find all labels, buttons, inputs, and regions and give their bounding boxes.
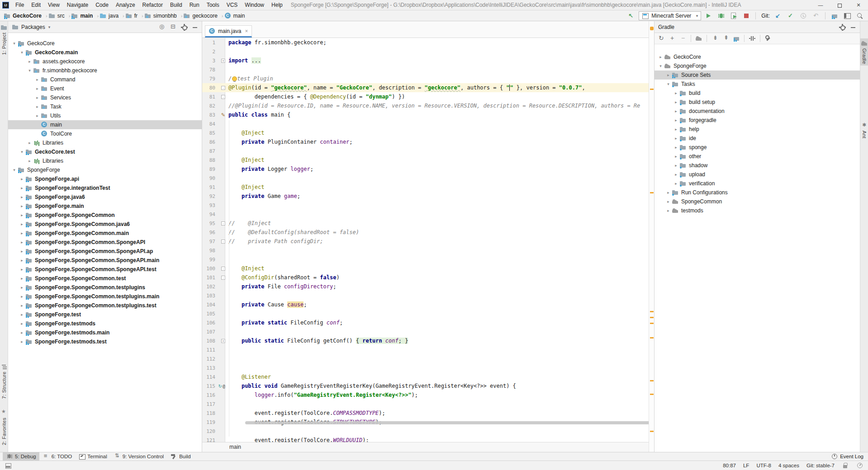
tree-item-toolcore[interactable]: ToolCore: [8, 129, 202, 138]
coverage-button[interactable]: [728, 11, 739, 21]
sync-arrow-button[interactable]: [626, 11, 637, 21]
tree-item-spongeforge-java6[interactable]: ▸SpongeForge.java6: [8, 193, 202, 202]
code-text[interactable]: package fr.simonbhb.geckocore;: [228, 38, 327, 47]
code-line-118[interactable]: 118 event.register(ToolCore.COMPASSMODTY…: [202, 409, 649, 418]
tree-item-spongeforge-integrationtest[interactable]: ▸SpongeForge.integrationTest: [8, 183, 202, 193]
tree-item-testmods[interactable]: ▸testmods: [655, 206, 860, 215]
tree-item-spongeforge-test[interactable]: ▸SpongeForge.test: [8, 310, 202, 319]
chevron-collapsed-icon[interactable]: ▸: [673, 118, 679, 122]
debug-button[interactable]: [716, 11, 726, 21]
code-line-90[interactable]: 90: [202, 174, 649, 183]
tree-item-task[interactable]: ▸Task: [8, 102, 202, 111]
tree-item-ide[interactable]: ▸ide: [655, 134, 860, 143]
close-tab-icon[interactable]: ✕: [245, 29, 248, 33]
chevron-collapsed-icon[interactable]: ▸: [34, 86, 41, 91]
stripe-mark[interactable]: [650, 89, 654, 90]
stripe-mark[interactable]: [650, 337, 654, 338]
menu-tools[interactable]: Tools: [203, 0, 223, 10]
tree-item-spongeforge-spongecommon-testplugins[interactable]: ▸SpongeForge.SpongeCommon.testplugins: [8, 283, 202, 292]
fold-expand-icon[interactable]: +: [221, 339, 225, 343]
chevron-collapsed-icon[interactable]: ▸: [19, 321, 25, 326]
plus-button[interactable]: [667, 34, 677, 43]
code-line-113[interactable]: 113: [202, 363, 649, 372]
chevron-collapsed-icon[interactable]: ▸: [19, 303, 25, 308]
code-line-115[interactable]: 115↻@ public void GameRegistryEventRegis…: [202, 381, 649, 390]
menu-file[interactable]: File: [12, 0, 28, 10]
chevron-collapsed-icon[interactable]: ▸: [19, 177, 25, 181]
chevron-collapsed-icon[interactable]: ▸: [19, 222, 25, 226]
chevron-collapsed-icon[interactable]: ▸: [26, 141, 33, 145]
gradle-button[interactable]: [694, 34, 704, 43]
tree-item-spongecommon[interactable]: ▸SpongeCommon: [655, 197, 860, 206]
tree-item-spongeforge-spongecommon-spongeapi-test[interactable]: ▸SpongeForge.SpongeCommon.SpongeAPI.test: [8, 265, 202, 274]
tree-item-libraries[interactable]: ▸Libraries: [8, 138, 202, 147]
tree-item-spongeforge[interactable]: ▾SpongeForge: [655, 61, 860, 70]
code-text[interactable]: // @DefaultConfig(sharedRoot = false): [228, 228, 359, 237]
chevron-collapsed-icon[interactable]: ▸: [665, 208, 672, 213]
tree-item-main[interactable]: main: [8, 120, 202, 129]
fold-collapse-icon[interactable]: -: [221, 95, 225, 99]
code-text[interactable]: private Logger logger;: [228, 164, 313, 174]
minimize-button[interactable]: [848, 23, 858, 32]
code-line-106[interactable]: 106 private static FileConfig conf;: [202, 318, 649, 327]
chevron-collapsed-icon[interactable]: ▸: [34, 95, 41, 100]
code-line-96[interactable]: 96// @DefaultConfig(sharedRoot = false): [202, 228, 649, 237]
tree-item-geckocore[interactable]: ▾GeckoCore: [8, 39, 202, 48]
target-button[interactable]: [157, 23, 167, 32]
breadcrumb-item-java[interactable]: java›: [100, 12, 124, 19]
code-line-117[interactable]: 117: [202, 400, 649, 409]
tree-item-spongeforge-testmods-test[interactable]: ▸SpongeForge.testmods.test: [8, 337, 202, 346]
tree-item-spongeforge-testmods[interactable]: ▸SpongeForge.testmods: [8, 319, 202, 328]
code-area[interactable]: 1package fr.simonbhb.geckocore;23+import…: [202, 38, 649, 442]
code-text[interactable]: logger.info("GameRegistryEvent.Register<…: [228, 390, 418, 400]
run-config-combo[interactable]: Minecraft Server▾: [639, 11, 701, 20]
code-line-101[interactable]: 101- @ConfigDir(sharedRoot = false): [202, 273, 649, 282]
tree-item-source-sets[interactable]: ▸Source Sets: [655, 70, 860, 80]
tree-item-upload[interactable]: ▸upload: [655, 170, 860, 179]
breadcrumb-item-simonbhb[interactable]: simonbhb›: [144, 12, 183, 19]
chevron-collapsed-icon[interactable]: ▸: [19, 204, 25, 208]
tree-item-run-configurations[interactable]: ▸Run Configurations: [655, 188, 860, 197]
stripe-ant[interactable]: Ant: [860, 121, 868, 140]
code-text[interactable]: dependencies = { @Dependency(id = "dynma…: [228, 92, 405, 101]
chevron-collapsed-icon[interactable]: ▸: [19, 267, 25, 272]
chevron-collapsed-icon[interactable]: ▸: [665, 190, 672, 195]
breadcrumb-item-main[interactable]: main›: [71, 12, 99, 19]
chevron-collapsed-icon[interactable]: ▸: [19, 258, 25, 263]
chevron-collapsed-icon[interactable]: ▸: [19, 339, 25, 344]
toolwindows-button[interactable]: [842, 11, 853, 21]
toolwindow-6-todo[interactable]: 6: TODO: [39, 452, 76, 461]
tree-item-spongeforge-spongecommon-java6[interactable]: ▸SpongeForge.SpongeCommon.java6: [8, 220, 202, 229]
stripe-gradle[interactable]: Gradle: [860, 38, 868, 66]
code-line-105[interactable]: 105: [202, 309, 649, 318]
tree-item-spongeforge-spongecommon-testplugins-main[interactable]: ▸SpongeForge.SpongeCommon.testplugins.ma…: [8, 292, 202, 301]
tree-item-command[interactable]: ▸Command: [8, 75, 202, 84]
code-line-104[interactable]: 104 private Cause cause;: [202, 300, 649, 309]
code-text[interactable]: public void GameRegistryEventRegisterKey…: [228, 381, 516, 390]
chevron-collapsed-icon[interactable]: ▸: [673, 163, 679, 168]
line-separator[interactable]: LF: [743, 463, 749, 468]
stripe-mark[interactable]: [650, 311, 654, 312]
chevron-collapsed-icon[interactable]: ▸: [19, 240, 25, 244]
code-text[interactable]: @Plugin(id = "geckocore", name = "GeckoC…: [228, 83, 585, 92]
chevron-collapsed-icon[interactable]: ▸: [34, 77, 41, 82]
stripe-2-favorites[interactable]: 2: Favorites: [0, 408, 8, 446]
menu-analyze[interactable]: Analyze: [112, 0, 139, 10]
fold-collapse-icon[interactable]: -: [221, 86, 225, 90]
chevron-expanded-icon[interactable]: ▾: [19, 150, 25, 154]
chevron-collapsed-icon[interactable]: ▸: [19, 330, 25, 335]
fold-collapse-icon[interactable]: -: [221, 276, 225, 280]
tree-item-services[interactable]: ▸Services: [8, 93, 202, 102]
chevron-collapsed-icon[interactable]: ▸: [665, 199, 672, 204]
breadcrumb-item-GeckoCore[interactable]: GeckoCore›: [4, 12, 47, 19]
bulb-icon[interactable]: [232, 76, 237, 82]
collapseall2-button[interactable]: [721, 34, 730, 43]
splitview-button[interactable]: [747, 34, 757, 43]
tree-item-forgegradle[interactable]: ▸forgegradle: [655, 116, 860, 125]
code-line-83[interactable]: 83✎public class main {: [202, 110, 649, 119]
chevron-collapsed-icon[interactable]: ▸: [26, 59, 33, 64]
code-line-92[interactable]: 92 private Game game;: [202, 192, 649, 201]
chevron-collapsed-icon[interactable]: ▸: [673, 127, 679, 132]
code-text[interactable]: public class main {: [228, 110, 290, 119]
vcs-rollback-button[interactable]: [811, 11, 821, 21]
